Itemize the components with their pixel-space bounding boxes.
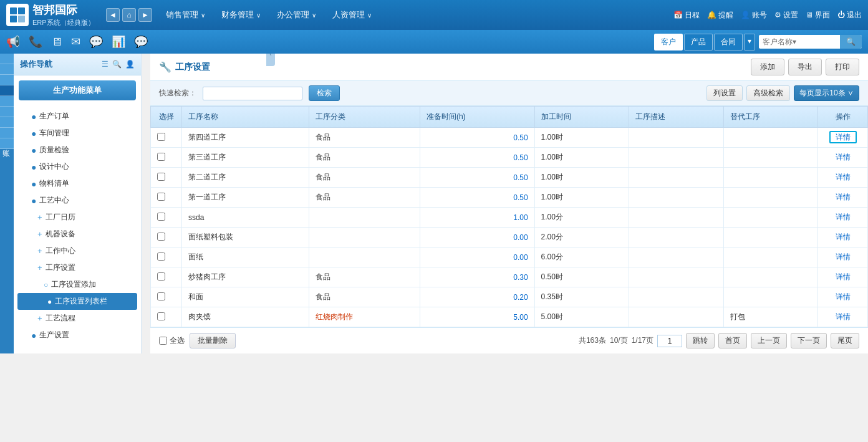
detail-link[interactable]: 详情 bbox=[836, 233, 851, 241]
reminder-button[interactable]: 🔔 提醒 bbox=[707, 10, 733, 21]
global-search-input[interactable] bbox=[759, 35, 840, 49]
tab-contract[interactable]: 合同 bbox=[714, 34, 743, 50]
row-checkbox[interactable] bbox=[157, 193, 165, 201]
left-label-finance[interactable]: 财务 bbox=[0, 96, 14, 107]
sidebar-item-factory-calendar[interactable]: + 工厂日历 bbox=[14, 209, 141, 226]
menu-hr[interactable]: 人资管理 ∨ bbox=[325, 6, 379, 24]
row-checkbox[interactable] bbox=[157, 272, 165, 281]
detail-link[interactable]: 详情 bbox=[836, 312, 851, 321]
menu-office[interactable]: 办公管理 ∨ bbox=[269, 6, 324, 24]
tab-product[interactable]: 产品 bbox=[684, 34, 713, 50]
sidebar-item-workshop[interactable]: ● 车间管理 bbox=[14, 125, 141, 142]
detail-link[interactable]: 详情 bbox=[836, 292, 851, 301]
detail-link[interactable]: 详情 bbox=[836, 272, 851, 281]
sidebar-item-bom[interactable]: ● 物料清单 bbox=[14, 175, 141, 192]
row-select-cell[interactable] bbox=[151, 307, 182, 327]
row-checkbox[interactable] bbox=[157, 292, 165, 300]
per-page-select[interactable]: 每页显示10条 ∨ bbox=[794, 85, 859, 101]
column-settings-button[interactable]: 列设置 bbox=[706, 85, 743, 101]
filter-input[interactable] bbox=[203, 87, 302, 100]
detail-link[interactable]: 详情 bbox=[836, 173, 851, 181]
sidebar-item-machinery[interactable]: + 机器设备 bbox=[14, 226, 141, 243]
broadcast-icon[interactable]: 📢 bbox=[6, 35, 20, 49]
filter-search-button[interactable]: 检索 bbox=[309, 85, 340, 101]
home-button[interactable]: ⌂ bbox=[122, 8, 136, 22]
advanced-search-button[interactable]: 高级检索 bbox=[746, 85, 790, 101]
forward-button[interactable]: ► bbox=[138, 8, 152, 22]
jump-button[interactable]: 跳转 bbox=[686, 333, 715, 348]
sidebar-item-work-center[interactable]: + 工作中心 bbox=[14, 243, 141, 259]
left-label-marketing[interactable]: 营销 bbox=[0, 64, 14, 75]
detail-link[interactable]: 详情 bbox=[836, 153, 851, 161]
row-checkbox[interactable] bbox=[157, 233, 165, 241]
schedule-button[interactable]: 📅 日程 bbox=[673, 10, 700, 21]
row-select-cell[interactable] bbox=[151, 287, 182, 307]
left-label-office[interactable]: 办公 bbox=[0, 107, 14, 117]
sidebar-search-icon[interactable]: 🔍 bbox=[112, 60, 122, 69]
select-all-label[interactable]: 全选 bbox=[159, 335, 185, 346]
settings-button[interactable]: ⚙ 设置 bbox=[774, 10, 798, 21]
sidebar-toggle-button[interactable]: ‹ bbox=[266, 54, 275, 66]
sidebar-item-process-list[interactable]: ● 工序设置列表栏 bbox=[17, 293, 137, 310]
row-select-cell[interactable] bbox=[151, 168, 182, 188]
logout-button[interactable]: ⏻ 退出 bbox=[837, 10, 862, 21]
row-checkbox[interactable] bbox=[157, 133, 165, 141]
menu-finance[interactable]: 财务管理 ∨ bbox=[214, 6, 268, 24]
sidebar-item-design[interactable]: ● 设计中心 bbox=[14, 158, 141, 175]
prev-page-button[interactable]: 上一页 bbox=[751, 333, 787, 348]
left-label-production[interactable]: 生产 bbox=[0, 85, 14, 96]
sidebar-item-process-settings[interactable]: + 工序设置 bbox=[14, 259, 141, 276]
phone-icon[interactable]: 📞 bbox=[29, 35, 42, 49]
row-select-cell[interactable] bbox=[151, 267, 182, 287]
row-checkbox[interactable] bbox=[157, 213, 165, 221]
email-icon[interactable]: ✉ bbox=[71, 35, 80, 49]
sidebar-item-process-center[interactable]: ● 工艺中心 bbox=[14, 192, 141, 209]
next-page-button[interactable]: 下一页 bbox=[791, 333, 827, 348]
chart-icon[interactable]: 📊 bbox=[112, 35, 125, 49]
message-icon[interactable]: 💬 bbox=[134, 35, 148, 49]
left-label-account[interactable]: 账号 bbox=[0, 138, 14, 149]
tab-dropdown[interactable]: ▾ bbox=[744, 34, 755, 50]
page-jump-input[interactable] bbox=[657, 335, 682, 347]
row-checkbox[interactable] bbox=[157, 173, 165, 181]
add-button[interactable]: 添加 bbox=[751, 59, 784, 75]
row-select-cell[interactable] bbox=[151, 148, 182, 168]
production-menu-button[interactable]: 生产功能菜单 bbox=[19, 80, 136, 100]
menu-sales[interactable]: 销售管理 ∨ bbox=[158, 6, 213, 24]
tab-customer[interactable]: 客户 bbox=[654, 34, 683, 50]
back-button[interactable]: ◄ bbox=[106, 8, 120, 22]
left-label-sales[interactable]: 消费 bbox=[0, 54, 14, 64]
sidebar-item-process-add[interactable]: ○ 工序设置添加 bbox=[14, 276, 141, 293]
account-button[interactable]: 👤 账号 bbox=[741, 10, 767, 21]
detail-link[interactable]: 详情 bbox=[829, 131, 857, 143]
interface-button[interactable]: 🖥 界面 bbox=[806, 10, 830, 21]
left-label-hr[interactable]: 人资 bbox=[0, 117, 14, 128]
first-page-button[interactable]: 首页 bbox=[718, 333, 747, 348]
detail-link[interactable]: 详情 bbox=[836, 252, 851, 261]
sidebar-list-icon[interactable]: ☰ bbox=[102, 60, 109, 69]
sidebar-item-production-settings[interactable]: ● 生产设置 bbox=[14, 327, 141, 344]
batch-delete-button[interactable]: 批量删除 bbox=[190, 333, 236, 348]
left-label-inventory[interactable]: 库存 bbox=[0, 75, 14, 85]
detail-link[interactable]: 详情 bbox=[836, 193, 851, 201]
row-checkbox[interactable] bbox=[157, 252, 165, 261]
global-search-button[interactable]: 🔍 bbox=[840, 35, 862, 49]
wechat-icon[interactable]: 💬 bbox=[89, 35, 103, 49]
screen-icon[interactable]: 🖥 bbox=[51, 36, 62, 49]
sidebar-item-production-orders[interactable]: ● 生产订单 bbox=[14, 108, 141, 125]
detail-link[interactable]: 详情 bbox=[836, 213, 851, 221]
row-select-cell[interactable] bbox=[151, 247, 182, 267]
left-label-stats[interactable]: 统计 bbox=[0, 128, 14, 138]
select-all-checkbox[interactable] bbox=[159, 337, 167, 345]
print-button[interactable]: 打印 bbox=[826, 59, 859, 75]
last-page-button[interactable]: 尾页 bbox=[831, 333, 859, 348]
row-select-cell[interactable] bbox=[151, 128, 182, 148]
export-button[interactable]: 导出 bbox=[788, 59, 822, 75]
row-select-cell[interactable] bbox=[151, 208, 182, 228]
sidebar-item-quality[interactable]: ● 质量检验 bbox=[14, 142, 141, 158]
sidebar-user-icon[interactable]: 👤 bbox=[125, 60, 135, 69]
row-checkbox[interactable] bbox=[157, 153, 165, 161]
row-select-cell[interactable] bbox=[151, 228, 182, 247]
row-select-cell[interactable] bbox=[151, 188, 182, 208]
row-checkbox[interactable] bbox=[157, 312, 165, 320]
